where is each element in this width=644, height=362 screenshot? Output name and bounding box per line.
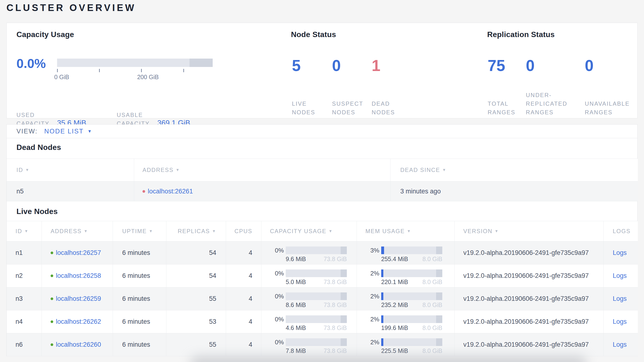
suspect-nodes-stat: 0 SUSPECT NODES (332, 56, 368, 117)
sort-desc-icon: ▼ (212, 229, 216, 233)
column-header-mem-usage[interactable]: MEM USAGE▼ (356, 221, 454, 241)
node-capacity-usage: 0% 4.6 MiB 73.8 GiB (261, 310, 356, 333)
mem-bar (381, 269, 442, 277)
capacity-bar (286, 247, 347, 254)
node-mem-usage: 2% 220.1 MiB 8.0 GiB (356, 264, 454, 287)
logs-link[interactable]: Logs (613, 272, 627, 279)
mem-bar-reserved-segment (436, 247, 442, 254)
node-address-link[interactable]: localhost:26261 (148, 188, 193, 195)
capacity-total-value: 73.8 GiB (324, 256, 347, 263)
node-id: n1 (7, 242, 42, 264)
node-uptime: 6 minutes (113, 287, 166, 310)
mem-bar-reserved-segment (436, 315, 442, 323)
mem-bar-reserved-segment (436, 292, 442, 300)
node-version: v19.2.0-alpha.20190606-2491-gfe735c9a97 (454, 264, 604, 287)
live-node-row: n1 localhost:26257 6 minutes 54 4 0% 9.6… (7, 241, 638, 264)
mem-bar-reserved-segment (436, 269, 442, 277)
column-header-uptime[interactable]: UPTIME▼ (113, 221, 166, 241)
cluster-overview-page: CLUSTER OVERVIEW Capacity Usage 0.0% 0 G… (0, 0, 644, 362)
node-address-link[interactable]: localhost:26262 (56, 318, 101, 325)
node-uptime: 6 minutes (113, 264, 166, 287)
capacity-bar-reserved-segment (340, 315, 347, 323)
column-header-dead-since[interactable]: DEAD SINCE ▼ (390, 159, 638, 181)
dead-nodes-label: DEAD NODES (372, 99, 400, 117)
page-bottom-shadow (190, 356, 587, 362)
node-address-link[interactable]: localhost:26257 (56, 249, 101, 257)
capacity-used-value: 8.6 MiB (286, 301, 306, 308)
unavailable-ranges-label: UNAVAILABLE RANGES (585, 99, 637, 117)
dead-nodes-header-row: ID ▼ ADDRESS ▼ DEAD SINCE ▼ (7, 159, 638, 181)
node-address-link[interactable]: localhost:26260 (56, 341, 101, 348)
capacity-bar (286, 315, 347, 323)
capacity-used-value: 7.8 MiB (286, 347, 306, 354)
logs-link[interactable]: Logs (613, 249, 627, 257)
dead-nodes-count: 1 (372, 56, 400, 75)
node-replicas: 55 (166, 287, 226, 310)
mem-percent: 3% (366, 247, 379, 254)
capacity-percent: 0% (270, 247, 284, 254)
logs-link[interactable]: Logs (613, 318, 627, 325)
column-header-cpus[interactable]: CPUS (226, 221, 261, 241)
column-header-address[interactable]: ADDRESS▼ (42, 221, 113, 241)
suspect-nodes-label: SUSPECT NODES (332, 99, 368, 117)
node-cpus: 4 (226, 333, 261, 356)
live-node-row: n3 localhost:26259 6 minutes 55 4 0% 8.6… (7, 287, 638, 310)
node-uptime: 6 minutes (113, 310, 166, 333)
node-version: v19.2.0-alpha.20190606-2491-gfe735c9a97 (454, 333, 604, 356)
node-capacity-usage: 0% 5.0 MiB 73.8 GiB (261, 264, 356, 287)
node-capacity-usage: 0% 9.6 MiB 73.8 GiB (261, 242, 356, 264)
node-version: v19.2.0-alpha.20190606-2491-gfe735c9a97 (454, 310, 604, 333)
capacity-used-value: 4.6 MiB (286, 324, 306, 331)
column-header-version[interactable]: VERSION▼ (454, 221, 604, 241)
capacity-usage-title: Capacity Usage (16, 30, 74, 39)
dead-status-icon (142, 190, 145, 193)
capacity-total-value: 73.8 GiB (324, 324, 347, 331)
capacity-total-value: 73.8 GiB (324, 301, 347, 308)
mem-percent: 2% (366, 270, 379, 277)
column-header-replicas[interactable]: REPLICAS▼ (166, 221, 226, 241)
mem-total-value: 8.0 GiB (422, 301, 442, 308)
mem-bar-fill (381, 247, 384, 254)
node-id: n6 (7, 333, 42, 356)
dead-nodes-title: Dead Nodes (16, 143, 61, 152)
view-bar: VIEW: NODE LIST ▼ (6, 124, 638, 138)
capacity-percent: 0% (270, 338, 284, 346)
node-address-link[interactable]: localhost:26259 (56, 295, 101, 302)
live-nodes-label: LIVE NODES (292, 99, 320, 117)
capacity-bar (286, 292, 347, 300)
mem-used-value: 225.5 MiB (381, 347, 408, 354)
sort-desc-icon: ▼ (329, 229, 333, 233)
capacity-total-value: 73.8 GiB (324, 279, 347, 285)
capacity-used-value: 9.6 MiB (286, 256, 306, 263)
node-mem-usage: 2% 225.5 MiB 8.0 GiB (356, 333, 454, 356)
node-cpus: 4 (226, 242, 261, 264)
mem-percent: 2% (366, 316, 379, 323)
dead-nodes-stat: 1 DEAD NODES (372, 56, 400, 117)
axis-tick (99, 69, 100, 72)
axis-tick-label: 200 GiB (137, 74, 159, 81)
column-header-address[interactable]: ADDRESS ▼ (134, 159, 390, 181)
node-address-link[interactable]: localhost:26258 (56, 272, 101, 279)
live-status-icon (50, 320, 53, 323)
mem-used-value: 235.2 MiB (381, 301, 408, 308)
node-capacity-usage: 0% 8.6 MiB 73.8 GiB (261, 287, 356, 310)
capacity-used-value: 5.0 MiB (286, 279, 306, 285)
replication-status-title: Replication Status (487, 30, 555, 39)
mem-bar-fill (381, 292, 383, 300)
logs-link[interactable]: Logs (613, 341, 627, 348)
node-id: n4 (7, 310, 42, 333)
sort-desc-icon: ▼ (84, 229, 88, 233)
node-version: v19.2.0-alpha.20190606-2491-gfe735c9a97 (454, 242, 604, 264)
logs-link[interactable]: Logs (613, 295, 627, 302)
sort-desc-icon: ▼ (176, 168, 180, 172)
capacity-percent: 0% (270, 293, 284, 300)
column-header-id[interactable]: ID▼ (7, 221, 42, 241)
sort-desc-icon: ▼ (25, 168, 30, 172)
capacity-bar (286, 269, 347, 277)
live-nodes-stat: 5 LIVE NODES (292, 56, 320, 117)
mem-bar (381, 338, 442, 346)
column-header-capacity-usage[interactable]: CAPACITY USAGE▼ (261, 221, 356, 241)
view-mode-dropdown[interactable]: NODE LIST ▼ (44, 128, 92, 135)
column-header-id[interactable]: ID ▼ (7, 159, 134, 181)
node-replicas: 54 (166, 264, 226, 287)
